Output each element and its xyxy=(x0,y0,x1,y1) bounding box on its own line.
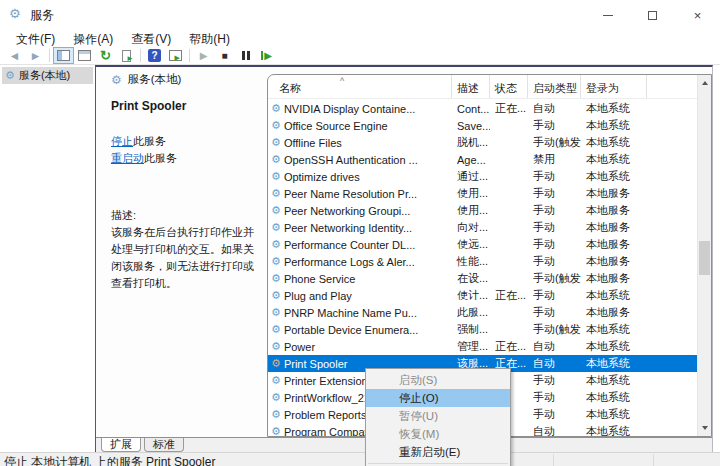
help-button[interactable]: ? xyxy=(144,47,165,64)
table-header-row: 名称 ^ 描述 状态 启动类型 登录为 xyxy=(268,75,697,99)
service-startup-cell: 手动(触发... xyxy=(528,322,581,337)
status-bar-separator xyxy=(653,454,654,466)
tree-item-services-local[interactable]: ⚙ 服务(本地) xyxy=(2,67,93,84)
service-gear-icon: ⚙ xyxy=(271,409,281,420)
menu-view[interactable]: 查看(V) xyxy=(122,30,180,47)
service-name-cell: ⚙Portable Device Enumera... xyxy=(268,324,452,336)
service-name-cell: ⚙Optimize drives xyxy=(268,171,452,183)
minimize-button[interactable] xyxy=(585,0,630,30)
table-row[interactable]: ⚙Peer Networking Identity...向对...手动本地服务 xyxy=(268,219,697,236)
forward-button[interactable]: ► xyxy=(25,47,46,64)
back-button[interactable]: ◄ xyxy=(4,47,25,64)
maximize-button[interactable] xyxy=(630,0,675,30)
service-gear-icon: ⚙ xyxy=(271,426,281,436)
service-name: Optimize drives xyxy=(284,171,360,183)
service-name: Performance Counter DL... xyxy=(284,239,415,251)
service-desc-cell: 向对... xyxy=(452,220,490,235)
context-menu-item[interactable]: 暂停(U) xyxy=(366,407,510,425)
restart-service-link[interactable]: 重启动 xyxy=(111,152,144,164)
table-row[interactable]: ⚙Plug and Play使计...正在...手动本地系统 xyxy=(268,287,697,304)
scroll-up-icon[interactable] xyxy=(702,81,708,85)
menu-action[interactable]: 操作(A) xyxy=(64,30,122,47)
table-row[interactable]: ⚙Peer Name Resolution Pr...使用...手动本地服务 xyxy=(268,185,697,202)
service-name-cell: ⚙Performance Counter DL... xyxy=(268,239,452,251)
service-logon-cell: 本地服务 xyxy=(581,186,647,201)
console-tree-toggle-button[interactable] xyxy=(53,47,74,64)
table-row[interactable]: ⚙Office Source EngineSave...手动本地系统 xyxy=(268,117,697,134)
service-startup-cell: 自动 xyxy=(528,356,581,371)
start-icon: ▶ xyxy=(200,51,208,61)
service-logon-cell: 本地服务 xyxy=(581,254,647,269)
restart-service-suffix: 此服务 xyxy=(144,152,177,164)
table-row[interactable]: ⚙Peer Networking Groupi...使用...手动本地服务 xyxy=(268,202,697,219)
table-row[interactable]: ⚙OpenSSH Authentication ...Age...禁用本地系统 xyxy=(268,151,697,168)
menu-file[interactable]: 文件(F) xyxy=(7,30,64,47)
context-menu-items: 启动(S)停止(O)暂停(U)恢复(M)重新启动(E) xyxy=(366,371,510,461)
column-header-description[interactable]: 描述 xyxy=(452,75,490,98)
stop-service-link[interactable]: 停止 xyxy=(111,135,133,147)
table-row[interactable]: ⚙Power管理...正在...自动本地系统 xyxy=(268,338,697,355)
service-name-cell: ⚙Peer Networking Groupi... xyxy=(268,205,452,217)
start-service-button[interactable]: ▶ xyxy=(193,47,214,64)
action-pane-toggle-button[interactable]: ▶ xyxy=(165,47,186,64)
context-menu-item[interactable]: 重新启动(E) xyxy=(366,443,510,461)
table-row[interactable]: ⚙Phone Service在设...手动(触发...本地服务 xyxy=(268,270,697,287)
service-gear-icon: ⚙ xyxy=(271,120,281,131)
stop-service-button[interactable]: ■ xyxy=(214,47,235,64)
service-gear-icon: ⚙ xyxy=(271,392,281,403)
table-row[interactable]: ⚙NVIDIA Display Containe...Cont...正在...自… xyxy=(268,100,697,117)
service-logon-cell: 本地系统 xyxy=(581,322,647,337)
service-startup-cell: 禁用 xyxy=(528,152,581,167)
service-name: Print Spooler xyxy=(284,358,348,370)
service-name-cell: ⚙PNRP Machine Name Pu... xyxy=(268,307,452,319)
scroll-down-icon[interactable] xyxy=(702,426,708,430)
export-list-button[interactable]: ► xyxy=(116,47,137,64)
service-startup-cell: 手动 xyxy=(528,203,581,218)
service-name: Plug and Play xyxy=(284,290,352,302)
service-gear-icon: ⚙ xyxy=(271,103,281,114)
service-logon-cell: 本地系统 xyxy=(581,152,647,167)
table-row[interactable]: ⚙PNRP Machine Name Pu...此服...手动本地服务 xyxy=(268,304,697,321)
forward-icon: ► xyxy=(30,50,42,62)
refresh-button[interactable]: ↻ xyxy=(95,47,116,64)
table-row[interactable]: ⚙Portable Device Enumera...强制...手动(触发...… xyxy=(268,321,697,338)
service-name: Peer Networking Groupi... xyxy=(284,205,411,217)
context-menu-item[interactable]: 停止(O) xyxy=(366,389,510,407)
column-header-status[interactable]: 状态 xyxy=(490,75,528,98)
console-tree-pane: ⚙ 服务(本地) xyxy=(0,65,95,452)
tab-standard[interactable]: 标准 xyxy=(144,438,184,452)
scrollbar-thumb[interactable] xyxy=(699,241,710,275)
tab-extended[interactable]: 扩展 xyxy=(101,438,141,452)
table-row[interactable]: ⚙Performance Counter DL...使远...手动本地服务 xyxy=(268,236,697,253)
context-menu-item[interactable]: 恢复(M) xyxy=(366,425,510,443)
restart-service-button[interactable]: ▶ xyxy=(256,47,277,64)
menu-bar: 文件(F) 操作(A) 查看(V) 帮助(H) xyxy=(0,30,720,47)
pause-service-button[interactable] xyxy=(235,47,256,64)
table-row[interactable]: ⚙Performance Logs & Aler...性能...手动本地服务 xyxy=(268,253,697,270)
vertical-scrollbar[interactable] xyxy=(697,75,711,436)
app-gear-icon: ⚙ xyxy=(9,6,21,21)
taskpad-gear-icon: ⚙ xyxy=(111,73,122,87)
column-header-logon-as[interactable]: 登录为 xyxy=(581,75,647,98)
service-startup-cell: 手动 xyxy=(528,169,581,184)
tree-item-label: 服务(本地) xyxy=(19,68,70,83)
table-row[interactable]: ⚙Optimize drives通过...手动本地系统 xyxy=(268,168,697,185)
service-startup-cell: 手动(触发... xyxy=(528,135,581,150)
service-logon-cell: 本地服务 xyxy=(581,271,647,286)
service-name: Portable Device Enumera... xyxy=(284,324,419,336)
close-button[interactable]: × xyxy=(675,0,720,30)
service-logon-cell: 本地系统 xyxy=(581,339,647,354)
service-gear-icon: ⚙ xyxy=(271,307,281,318)
column-header-name[interactable]: 名称 ^ xyxy=(268,75,452,98)
context-menu-item[interactable]: 启动(S) xyxy=(366,371,510,389)
service-name-cell: ⚙Peer Networking Identity... xyxy=(268,222,452,234)
column-header-startup-type[interactable]: 启动类型 xyxy=(528,75,581,98)
service-gear-icon: ⚙ xyxy=(271,358,281,369)
table-row[interactable]: ⚙Offline Files脱机...手动(触发...本地系统 xyxy=(268,134,697,151)
context-menu-separator xyxy=(368,463,508,464)
properties-button[interactable] xyxy=(74,47,95,64)
menu-help[interactable]: 帮助(H) xyxy=(180,30,239,47)
taskpad-header-label: 服务(本地) xyxy=(128,72,182,87)
service-name-cell: ⚙Power xyxy=(268,341,452,353)
service-gear-icon: ⚙ xyxy=(271,324,281,335)
